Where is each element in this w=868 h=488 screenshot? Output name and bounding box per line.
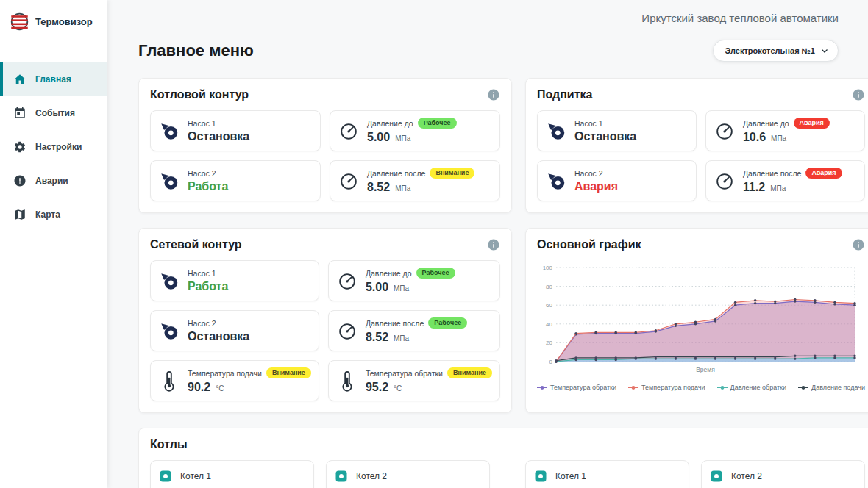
gauge-icon xyxy=(336,320,358,342)
status-badge: Рабочее xyxy=(418,118,457,129)
boiler-icon xyxy=(158,469,173,484)
tile-label: Давление до xyxy=(367,119,413,128)
tile-pressure-before[interactable]: Давление до Рабочее 5.00 МПа xyxy=(328,260,500,301)
card-title: Подпитка xyxy=(537,88,592,101)
tile-label: Котел 1 xyxy=(180,469,211,481)
gauge-icon xyxy=(336,270,358,292)
tile-unit: МПа xyxy=(394,334,409,342)
sidebar-item-label: Главная xyxy=(35,74,71,85)
sidebar-item-settings[interactable]: Настройки xyxy=(0,130,107,164)
info-icon[interactable] xyxy=(487,88,500,101)
status-badge: Внимание xyxy=(447,367,492,379)
svg-text:20: 20 xyxy=(546,340,552,346)
tile-pressure-before[interactable]: Давление до Авария 10.6 МПа xyxy=(705,110,865,151)
status-badge: Авария xyxy=(794,118,830,129)
tile-pump-2[interactable]: Насос 2 Работа xyxy=(150,160,321,201)
info-icon[interactable] xyxy=(852,88,865,101)
legend-marker-icon xyxy=(798,385,808,390)
tile-boiler-4[interactable]: Котел 2 xyxy=(701,460,865,488)
info-icon[interactable] xyxy=(852,238,865,251)
pump-icon xyxy=(158,270,180,292)
tile-boiler-3[interactable]: Котел 1 xyxy=(525,460,689,488)
alert-icon xyxy=(13,174,26,187)
tile-value: Остановка xyxy=(574,130,636,143)
tile-value: 5.00 xyxy=(366,281,388,294)
tile-boiler-2[interactable]: Котел 2 xyxy=(326,460,490,488)
sidebar-item-label: Аварии xyxy=(35,176,68,186)
gauge-icon xyxy=(714,170,736,192)
boiler-icon xyxy=(709,469,724,484)
organization-name: Иркутский завод тепловой автоматики xyxy=(641,12,839,24)
card-title: Сетевой контур xyxy=(150,238,242,251)
page-head: Главное меню Электрокотельная №1 xyxy=(138,40,839,62)
legend-item: Температура обратки xyxy=(537,384,616,391)
card-title: Основной график xyxy=(537,238,641,251)
tile-label: Котел 2 xyxy=(731,469,762,481)
tile-temp-supply[interactable]: Температура подачи Внимание 90.2 °С xyxy=(150,360,319,401)
gauge-icon xyxy=(338,170,360,192)
pump-icon xyxy=(545,170,567,192)
tile-value: 95.2 xyxy=(366,381,388,394)
tile-label: Давление после xyxy=(367,169,425,178)
svg-text:60: 60 xyxy=(546,302,552,309)
boiler-icon xyxy=(533,469,548,484)
boiler-icon xyxy=(334,469,349,484)
station-selector-value: Электрокотельная №1 xyxy=(725,46,815,55)
tile-temp-return[interactable]: Температура обратки Внимание 95.2 °С xyxy=(328,360,500,401)
svg-text:0: 0 xyxy=(549,359,553,365)
tile-value: Работа xyxy=(188,280,228,293)
tile-boiler-1[interactable]: Котел 1 xyxy=(150,460,314,488)
svg-text:100: 100 xyxy=(543,265,553,271)
tile-pump-1[interactable]: Насос 1 Работа xyxy=(150,260,319,301)
tile-label: Давление до xyxy=(743,119,789,128)
sidebar-item-label: Настройки xyxy=(35,142,82,152)
tile-label: Насос 2 xyxy=(574,169,618,178)
tile-value: 11.2 xyxy=(743,181,765,194)
tile-unit: МПа xyxy=(395,184,410,193)
tile-pump-2[interactable]: Насос 2 Остановка xyxy=(150,310,319,351)
brand-name: Термовизор xyxy=(35,16,93,27)
tile-pump-1[interactable]: Насос 1 Остановка xyxy=(150,110,321,151)
svg-text:40: 40 xyxy=(546,321,552,328)
tile-label: Насос 1 xyxy=(574,119,636,128)
tile-pressure-after[interactable]: Давление после Внимание 8.52 МПа xyxy=(330,160,500,201)
tile-pressure-after[interactable]: Давление после Авария 11.2 МПа xyxy=(705,160,865,201)
svg-text:Время: Время xyxy=(696,366,715,373)
sidebar-item-home[interactable]: Главная xyxy=(0,62,107,96)
map-icon xyxy=(13,208,26,221)
tile-unit: °С xyxy=(216,384,224,392)
card-boiler-circuit: Котловой контур Насос 1 Остановка xyxy=(138,78,512,213)
station-selector[interactable]: Электрокотельная №1 xyxy=(713,40,839,62)
tile-pump-2[interactable]: Насос 2 Авария xyxy=(537,160,697,201)
tile-value: Остановка xyxy=(188,330,249,343)
tile-label: Насос 1 xyxy=(188,119,249,128)
card-title: Котлы xyxy=(150,438,188,451)
sidebar-item-alarms[interactable]: Аварии xyxy=(0,164,107,198)
legend-item: Температура подачи xyxy=(628,384,705,391)
card-title: Котловой контур xyxy=(150,88,249,101)
status-badge: Рабочее xyxy=(428,317,467,329)
tile-label: Давление после xyxy=(366,319,424,328)
tile-unit: МПа xyxy=(771,134,786,143)
tile-value: 90.2 xyxy=(188,381,210,394)
tile-unit: МПа xyxy=(394,284,409,293)
tile-value: 8.52 xyxy=(366,331,388,344)
info-icon[interactable] xyxy=(487,238,500,251)
card-main-chart: Основной график 020406080100Время Темпер… xyxy=(525,228,868,413)
tile-pressure-after[interactable]: Давление после Рабочее 8.52 МПа xyxy=(328,310,500,351)
tile-label: Давление до xyxy=(366,269,412,278)
sidebar-item-map[interactable]: Карта xyxy=(0,198,107,232)
card-makeup: Подпитка Насос 1 Остановка xyxy=(525,78,868,213)
pump-icon xyxy=(158,120,180,142)
thermometer-icon xyxy=(158,370,180,392)
card-boilers: Котлы Котел 1 Котел 2 xyxy=(138,428,868,488)
sidebar-item-events[interactable]: События xyxy=(0,96,107,130)
tile-label: Насос 2 xyxy=(188,319,249,328)
tile-pump-1[interactable]: Насос 1 Остановка xyxy=(537,110,697,151)
tile-value: Авария xyxy=(574,180,618,193)
gauge-icon xyxy=(338,120,360,142)
tile-pressure-before[interactable]: Давление до Рабочее 5.00 МПа xyxy=(330,110,500,151)
tile-value: 10.6 xyxy=(743,131,766,144)
main-chart: 020406080100Время xyxy=(537,260,859,379)
tile-unit: МПа xyxy=(770,184,786,193)
